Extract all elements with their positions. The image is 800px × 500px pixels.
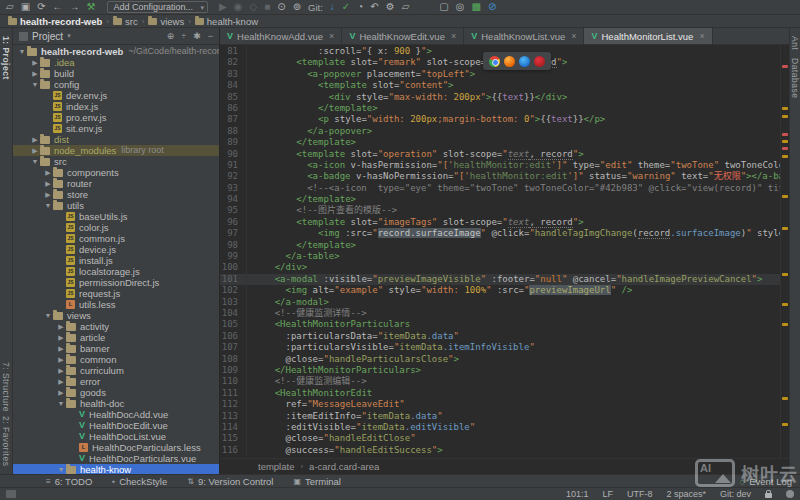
tree-item[interactable]: ▶dist bbox=[13, 134, 219, 145]
inspection-profile-icon[interactable] bbox=[786, 490, 794, 498]
code-line[interactable]: 116 @success="handleEditSuccess"> bbox=[220, 445, 780, 456]
editor-tab[interactable]: VHealthKnowEdit.vue× bbox=[342, 28, 464, 44]
unlocked-icon[interactable] bbox=[765, 493, 772, 498]
chevron-expanded-icon[interactable]: ▼ bbox=[17, 46, 27, 57]
editor-tab[interactable]: VHealthKnowAdd.vue× bbox=[220, 28, 342, 44]
code-line[interactable]: 83 <a-popover placement="topLeft"> bbox=[220, 69, 780, 80]
toolwindow-button-checkstyle[interactable]: ▪CheckStyle bbox=[112, 476, 167, 487]
code-line[interactable]: 92 <a-badge v-hasNoPermission="['healthM… bbox=[220, 171, 780, 182]
tree-item[interactable]: JSpro.env.js bbox=[13, 112, 219, 123]
tree-item[interactable]: ▶banner bbox=[13, 343, 219, 354]
chevron-expanded-icon[interactable]: ▼ bbox=[56, 464, 66, 474]
chrome-icon[interactable] bbox=[489, 56, 500, 67]
run-configuration-selector[interactable]: Add Configuration... bbox=[107, 1, 209, 13]
code-line[interactable]: 108 @close="handleParticularsClose"> bbox=[220, 354, 780, 365]
tree-item[interactable]: ▶common bbox=[13, 354, 219, 365]
tree-item[interactable]: ▼health-doc bbox=[13, 398, 219, 409]
tree-item[interactable]: JScommon.js bbox=[13, 233, 219, 244]
tree-item[interactable]: ▼health-record-web~/GitCode/health-recor… bbox=[13, 46, 219, 57]
chevron-collapsed-icon[interactable]: ▶ bbox=[56, 354, 66, 365]
status-item-0[interactable]: 101:1 bbox=[566, 489, 589, 499]
chevron-expanded-icon[interactable]: ▼ bbox=[30, 156, 40, 167]
firefox-icon[interactable] bbox=[504, 56, 515, 67]
tab-close-icon[interactable]: × bbox=[329, 31, 334, 41]
tree-item[interactable]: VHealthDocEdit.vue bbox=[13, 420, 219, 431]
chevron-collapsed-icon[interactable]: ▶ bbox=[56, 321, 66, 332]
tree-item[interactable]: JSlocalstorage.js bbox=[13, 266, 219, 277]
code-line[interactable]: 104 <!--健康监测详情--> bbox=[220, 308, 780, 319]
code-line[interactable]: 107 :particularsVisible="itemData.itemIn… bbox=[220, 342, 780, 353]
tree-item[interactable]: ▶build bbox=[13, 68, 219, 79]
chevron-collapsed-icon[interactable]: ▶ bbox=[56, 332, 66, 343]
forward-icon[interactable]: → bbox=[70, 2, 80, 12]
editor-tab[interactable]: VHealthMonitorList.vue× bbox=[584, 28, 712, 44]
code-line[interactable]: 113 :itemEditInfo="itemData.data" bbox=[220, 411, 780, 422]
tree-item[interactable]: JSrequest.js bbox=[13, 288, 219, 299]
toolwindow-button-7-structure[interactable]: 7: Structure bbox=[1, 362, 11, 412]
toolwindow-button-6-todo[interactable]: ≡6: TODO bbox=[46, 476, 92, 487]
hide-panel-icon[interactable]: − bbox=[208, 31, 213, 41]
tree-item[interactable]: VHealthDocParticulars.vue bbox=[13, 453, 219, 464]
code-line[interactable]: 93 <!--<a-icon type="eye" theme="twoTone… bbox=[220, 183, 780, 194]
code-line[interactable]: 109 </HealthMonitorParticulars> bbox=[220, 365, 780, 376]
toolwindow-button-9-version-control[interactable]: ⇅9: Version Control bbox=[187, 476, 273, 487]
chevron-expanded-icon[interactable]: ▼ bbox=[43, 200, 53, 211]
tab-close-icon[interactable]: × bbox=[571, 31, 576, 41]
tab-close-icon[interactable]: × bbox=[451, 31, 456, 41]
tree-item[interactable]: JSbaseUtils.js bbox=[13, 211, 219, 222]
code-line[interactable]: 105 <HealthMonitorParticulars bbox=[220, 319, 780, 330]
opera-icon[interactable] bbox=[534, 56, 545, 67]
tab-close-icon[interactable]: × bbox=[699, 31, 704, 41]
chevron-collapsed-icon[interactable]: ▶ bbox=[56, 387, 66, 398]
tree-item[interactable]: ▶store bbox=[13, 189, 219, 200]
git-commit-icon[interactable]: ✓ bbox=[342, 2, 350, 12]
chevron-collapsed-icon[interactable]: ▶ bbox=[56, 365, 66, 376]
code-line[interactable]: 103 </a-modal> bbox=[220, 297, 780, 308]
code-line[interactable]: 114 :editVisible="itemData.editVisible" bbox=[220, 422, 780, 433]
tree-item[interactable]: JSpermissionDirect.js bbox=[13, 277, 219, 288]
tree-item[interactable]: Lutils.less bbox=[13, 299, 219, 310]
find-icon[interactable]: ⊙ bbox=[277, 2, 285, 12]
tree-item[interactable]: ▶activity bbox=[13, 321, 219, 332]
code-line[interactable]: 91 <a-icon v-hasPermission="['healthMoni… bbox=[220, 160, 780, 171]
code-line[interactable]: 110 <!--健康监测编辑--> bbox=[220, 376, 780, 387]
code-line[interactable]: 88 </a-popover> bbox=[220, 126, 780, 137]
locate-icon[interactable]: ⊕ bbox=[167, 31, 175, 41]
tree-item[interactable]: ▶error bbox=[13, 376, 219, 387]
chevron-expanded-icon[interactable]: ▼ bbox=[43, 310, 53, 321]
chevron-collapsed-icon[interactable]: ▶ bbox=[43, 167, 53, 178]
settings-wrench-icon[interactable]: ⚙ bbox=[386, 2, 395, 12]
chevron-collapsed-icon[interactable]: ▶ bbox=[56, 376, 66, 387]
toolwindow-button-1-project[interactable]: 1: Project bbox=[1, 36, 11, 80]
sync-icon[interactable]: ⟳ bbox=[37, 2, 45, 12]
chevron-collapsed-icon[interactable]: ▶ bbox=[30, 68, 40, 79]
project-structure-icon[interactable]: ▱ bbox=[402, 2, 410, 12]
tree-item[interactable]: LHealthDocParticulars.less bbox=[13, 442, 219, 453]
chevron-down-icon[interactable]: ▾ bbox=[67, 32, 71, 40]
toolwindow-toggle-icon[interactable] bbox=[6, 490, 16, 498]
chevron-expanded-icon[interactable]: ▼ bbox=[30, 79, 40, 90]
editor-breadcrumb-item[interactable]: a-card.card-area bbox=[309, 461, 379, 472]
tree-item[interactable]: ▼config bbox=[13, 79, 219, 90]
toolwindow-button-ant[interactable]: Ant bbox=[790, 36, 800, 50]
plugin-icon[interactable]: ▩ bbox=[472, 2, 481, 12]
editor-tab[interactable]: VHealthKnowList.vue× bbox=[464, 28, 584, 44]
code-line[interactable]: 97 <img :src="record.surfaceImage" @clic… bbox=[220, 228, 780, 239]
debug-icon[interactable]: ◉ bbox=[234, 2, 243, 12]
code-line[interactable]: 99 </a-table> bbox=[220, 251, 780, 262]
safari-icon[interactable] bbox=[519, 56, 530, 67]
code-line[interactable]: 102 <img alt="example" style="width: 100… bbox=[220, 285, 780, 296]
code-line[interactable]: 89 </template> bbox=[220, 137, 780, 148]
status-item-2[interactable]: UTF-8 bbox=[627, 489, 653, 499]
code-line[interactable]: 86 </template> bbox=[220, 103, 780, 114]
chevron-collapsed-icon[interactable]: ▶ bbox=[30, 145, 40, 156]
chevron-collapsed-icon[interactable]: ▶ bbox=[43, 178, 53, 189]
tree-item[interactable]: JSdevice.js bbox=[13, 244, 219, 255]
tree-item[interactable]: ▼health-know bbox=[13, 464, 219, 474]
tree-item[interactable]: ▼src bbox=[13, 156, 219, 167]
chevron-collapsed-icon[interactable]: ▶ bbox=[30, 57, 40, 68]
code-line[interactable]: 111 <HealthMonitorEdit bbox=[220, 388, 780, 399]
stop-icon[interactable]: ■ bbox=[264, 2, 270, 12]
tree-item[interactable]: ▶components bbox=[13, 167, 219, 178]
breadcrumb-item[interactable]: views bbox=[148, 16, 184, 27]
